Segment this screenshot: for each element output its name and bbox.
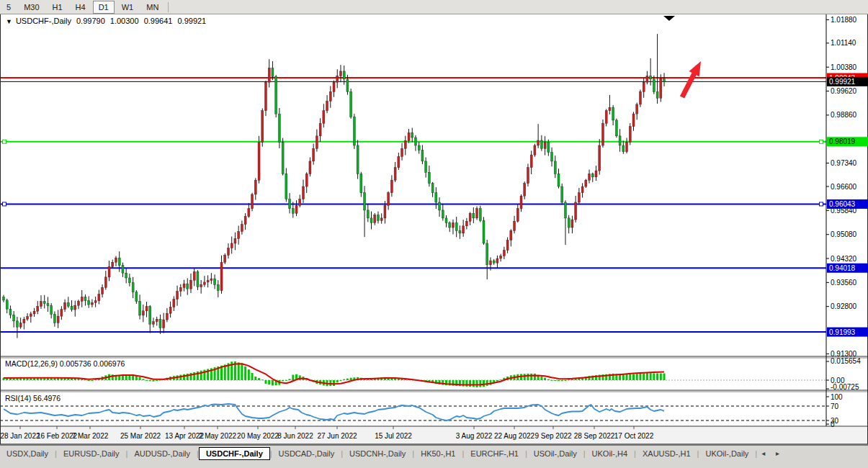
svg-text:0.91993: 0.91993	[829, 328, 856, 336]
timeframe-button-H1[interactable]: H1	[47, 1, 68, 14]
svg-text:0.96043: 0.96043	[829, 200, 856, 208]
svg-text:0.99921: 0.99921	[829, 78, 856, 86]
chart-tab-eurchf-h1[interactable]: EURCHF-,H1	[464, 448, 525, 459]
timeframe-button-5[interactable]: 5	[1, 1, 17, 14]
macd-tick-label: -0.00725	[831, 383, 859, 391]
price-tick-label: 0.93560	[831, 279, 857, 287]
date-tick-label: 2 May 2022	[199, 432, 237, 440]
date-tick-label: 22 Aug 2022	[494, 432, 535, 440]
price-tick-label: 0.98860	[831, 111, 857, 119]
tab-scroll-arrows[interactable]: ◂ ▸	[761, 449, 784, 457]
line-handle[interactable]	[3, 202, 6, 206]
chart-tab-audusd-daily[interactable]: AUDUSD-,Daily	[127, 448, 197, 459]
timeframe-button-M30[interactable]: M30	[18, 1, 45, 14]
chart-tab-ukoil-h4[interactable]: UKOil-,H4	[586, 448, 635, 459]
price-tick-label: 1.01140	[831, 39, 856, 47]
chart-tab-bar: USDX,Daily|EURUSD-,Daily|AUDUSD-,Daily|U…	[0, 445, 868, 468]
timeframe-toolbar: 5M30H1H4D1W1MN	[0, 0, 868, 14]
price-badge-0.99921: 0.99921	[827, 77, 868, 86]
chart-tab-hk50-h1[interactable]: HK50-,H1	[414, 448, 462, 459]
price-tick-label: 1.00380	[831, 63, 857, 71]
chart-tab-ukoil-daily[interactable]: UKOil-,Daily	[699, 448, 755, 459]
ohlc-high: 1.00300	[110, 17, 139, 25]
line-handle[interactable]	[820, 202, 823, 206]
timeframe-button-W1[interactable]: W1	[116, 1, 140, 14]
price-tick-label: 0.94320	[831, 255, 857, 263]
price-badge-0.94018: 0.94018	[827, 264, 868, 273]
date-tick-label: 3 Aug 2022	[456, 432, 493, 440]
date-tick-label: 25 Mar 2022	[120, 432, 161, 440]
macd-tick-label: 0.015654	[831, 357, 861, 365]
svg-text:0.98019: 0.98019	[829, 138, 856, 145]
price-tick-label: 1.01880	[831, 16, 857, 24]
rsi-tick-label: 70	[831, 402, 839, 410]
date-tick-label: 20 May 2022	[237, 432, 279, 440]
price-badge-0.96043: 0.96043	[827, 199, 868, 209]
timeframe-button-MN[interactable]: MN	[140, 1, 164, 14]
chart-tab-usdchf-daily[interactable]: USDCHF-,Daily	[199, 447, 270, 460]
line-handle[interactable]	[3, 140, 6, 143]
ohlc-close: 0.99921	[177, 17, 206, 25]
chart-canvas[interactable]: 1.018801.011401.003800.996200.988600.973…	[0, 0, 868, 468]
tab-separator: |	[755, 449, 757, 458]
date-tick-label: 27 Jun 2022	[317, 432, 357, 440]
chart-tab-usoil-daily[interactable]: USOil-,Daily	[527, 448, 583, 459]
chart-tab-eurusd-daily[interactable]: EURUSD-,Daily	[57, 448, 126, 459]
chevron-down-icon: ▼	[6, 18, 12, 25]
ohlc-low: 0.99641	[144, 17, 173, 25]
timeframe-button-D1[interactable]: D1	[93, 1, 115, 14]
date-tick-label: 8 Jun 2022	[277, 432, 313, 440]
price-tick-label: 0.92800	[831, 302, 857, 310]
date-tick-label: 28 Jan 2022	[0, 432, 40, 440]
price-badge-0.91993: 0.91993	[827, 328, 868, 337]
price-tick-label: 0.95080	[831, 230, 857, 238]
price-tick-label: 0.91300	[831, 350, 857, 358]
svg-text:0.94018: 0.94018	[829, 264, 856, 272]
price-tick-label: 0.97340	[831, 159, 857, 167]
date-tick-label: 28 Sep 2022	[574, 432, 615, 440]
chart-tab-usdcnh-daily[interactable]: USDCNH-,Daily	[343, 448, 412, 459]
date-tick-label: 17 Oct 2022	[614, 432, 654, 440]
toolbar-separator	[168, 2, 169, 12]
date-tick-label: 9 Sep 2022	[534, 432, 572, 440]
price-tick-label: 0.96600	[831, 183, 857, 191]
macd-indicator-label: MACD(12,26,9) 0.005736 0.006976	[5, 359, 125, 368]
chart-symbol-title: USDCHF-,Daily	[16, 17, 71, 25]
chart-ohlc-header: ▼USDCHF-,Daily 0.99790 1.00300 0.99641 0…	[6, 17, 209, 25]
chart-tab-xauusd-h1[interactable]: XAUUSD-,H1	[636, 448, 697, 459]
date-tick-label: 15 Jul 2022	[375, 432, 412, 440]
trading-terminal-window: 5M30H1H4D1W1MN 1.018801.011401.003800.99…	[0, 0, 868, 468]
line-handle[interactable]	[820, 140, 823, 143]
rsi-indicator-label: RSI(14) 56.4976	[5, 394, 61, 402]
chart-tab-usdcad-daily[interactable]: USDCAD-,Daily	[272, 448, 341, 459]
price-tick-label: 0.99620	[831, 87, 857, 95]
date-tick-label: 7 Mar 2022	[72, 432, 109, 440]
rsi-tick-label: 0	[831, 420, 835, 428]
rsi-tick-label: 100	[831, 393, 843, 401]
chart-tab-usdx-daily[interactable]: USDX,Daily	[0, 448, 55, 459]
price-badge-0.98019: 0.98019	[827, 137, 868, 146]
timeframe-button-H4[interactable]: H4	[70, 1, 91, 14]
ohlc-open: 0.99790	[76, 17, 105, 25]
